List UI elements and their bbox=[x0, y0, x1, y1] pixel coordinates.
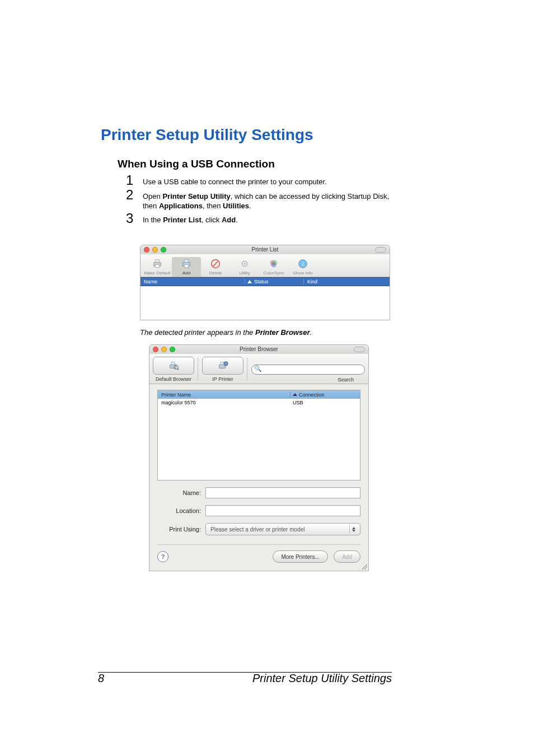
show-info-button[interactable]: i Show Info bbox=[288, 257, 317, 277]
ip-printer-icon bbox=[217, 360, 229, 372]
svg-rect-16 bbox=[171, 362, 175, 365]
add-button[interactable]: Add bbox=[334, 550, 360, 563]
printer-icon bbox=[143, 257, 172, 270]
list-item[interactable]: magicolor 5570 USB bbox=[158, 399, 360, 407]
svg-line-18 bbox=[177, 369, 179, 370]
window-titlebar[interactable]: Printer Browser bbox=[149, 345, 368, 354]
step-text: Use a USB cable to connect the printer t… bbox=[143, 174, 395, 186]
step-list: 1 Use a USB cable to connect the printer… bbox=[126, 174, 395, 226]
location-field[interactable] bbox=[205, 505, 360, 516]
name-row: Name: bbox=[157, 487, 360, 498]
utility-button[interactable]: Utility bbox=[230, 257, 259, 277]
step-1: 1 Use a USB cable to connect the printer… bbox=[126, 174, 395, 187]
svg-point-9 bbox=[243, 263, 246, 265]
make-default-button[interactable]: Make Default bbox=[143, 257, 172, 277]
location-row: Location: bbox=[157, 505, 360, 516]
section-subheading: When Using a USB Connection bbox=[118, 158, 275, 170]
toolbar-label: Search bbox=[338, 377, 354, 382]
step-number: 3 bbox=[126, 212, 139, 225]
footer-title: Printer Setup Utility Settings bbox=[252, 672, 392, 685]
add-button[interactable]: Add bbox=[172, 257, 201, 277]
colorsync-button[interactable]: ColorSync bbox=[259, 257, 288, 277]
more-printers-button[interactable]: More Printers... bbox=[273, 550, 327, 563]
name-field[interactable] bbox=[205, 487, 360, 498]
name-label: Name: bbox=[157, 489, 201, 496]
column-printer-name[interactable]: Printer Name bbox=[158, 392, 290, 398]
chevron-up-down-icon bbox=[349, 525, 358, 534]
connection-type: USB bbox=[291, 400, 360, 405]
svg-rect-5 bbox=[184, 265, 188, 268]
printer-search-icon bbox=[167, 360, 180, 372]
info-icon: i bbox=[288, 257, 317, 270]
toolbar-toggle-icon[interactable] bbox=[354, 347, 365, 352]
svg-rect-20 bbox=[221, 362, 224, 365]
help-button[interactable]: ? bbox=[157, 551, 168, 562]
select-value: Please select a driver or printer model bbox=[210, 526, 305, 533]
delete-button[interactable]: Delete bbox=[201, 257, 230, 277]
window-titlebar[interactable]: Printer List bbox=[140, 245, 390, 254]
window-title: Printer List bbox=[140, 246, 390, 253]
toolbar: Default Browser IP Printer 🔍 Search bbox=[149, 354, 368, 384]
no-entry-icon bbox=[201, 257, 230, 270]
svg-point-12 bbox=[271, 262, 276, 267]
step-text: Open Printer Setup Utility, which can be… bbox=[143, 188, 395, 211]
caption-text: The detected printer appears in the Prin… bbox=[140, 328, 312, 337]
toolbar: Make Default Add Delete Utility bbox=[140, 254, 390, 277]
printer-name: magicolor 5570 bbox=[158, 400, 291, 405]
printer-list-window: Printer List Make Default Add Delete bbox=[140, 245, 390, 320]
svg-line-7 bbox=[213, 261, 218, 266]
printer-browser-window: Printer Browser Default Browser IP Print… bbox=[149, 344, 369, 571]
dialog-button-row: ? More Printers... Add bbox=[157, 550, 360, 564]
printer-browser-list[interactable]: Printer Name Connection magicolor 5570 U… bbox=[157, 390, 360, 480]
step-text: In the Printer List, click Add. bbox=[143, 212, 395, 225]
page-heading: Printer Setup Utility Settings bbox=[101, 126, 313, 144]
location-label: Location: bbox=[157, 507, 201, 514]
toolbar-toggle-icon[interactable] bbox=[375, 247, 386, 253]
window-title: Printer Browser bbox=[149, 346, 368, 352]
svg-rect-1 bbox=[155, 260, 159, 263]
default-browser-button[interactable]: Default Browser bbox=[153, 357, 194, 375]
printer-icon bbox=[172, 257, 201, 270]
svg-point-21 bbox=[224, 362, 228, 366]
search-input[interactable] bbox=[251, 365, 365, 375]
ip-printer-button[interactable]: IP Printer bbox=[202, 357, 243, 375]
divider bbox=[157, 544, 360, 545]
column-name[interactable]: Name bbox=[140, 279, 245, 284]
print-using-row: Print Using: Please select a driver or p… bbox=[157, 523, 360, 535]
column-kind[interactable]: Kind bbox=[303, 279, 390, 284]
step-2: 2 Open Printer Setup Utility, which can … bbox=[126, 188, 395, 211]
toolbar-label: Default Browser bbox=[153, 376, 194, 382]
step-3: 3 In the Printer List, click Add. bbox=[126, 212, 395, 225]
svg-rect-2 bbox=[155, 265, 159, 268]
print-using-label: Print Using: bbox=[157, 526, 201, 533]
column-status[interactable]: Status bbox=[245, 279, 303, 284]
toolbar-separator bbox=[198, 358, 199, 380]
list-header: Printer Name Connection bbox=[158, 390, 360, 399]
search-icon: 🔍 bbox=[254, 365, 262, 372]
sort-asc-icon bbox=[293, 393, 297, 396]
sort-asc-icon bbox=[247, 280, 252, 283]
colorsync-icon bbox=[259, 257, 288, 270]
step-number: 1 bbox=[126, 174, 139, 187]
svg-rect-4 bbox=[184, 260, 188, 263]
resize-handle-icon[interactable] bbox=[362, 564, 367, 570]
toolbar-separator bbox=[247, 358, 248, 380]
print-using-select[interactable]: Please select a driver or printer model bbox=[205, 523, 360, 535]
column-headers: Name Status Kind bbox=[140, 277, 390, 286]
toolbar-label: IP Printer bbox=[203, 376, 243, 382]
printer-list-body[interactable] bbox=[140, 286, 390, 320]
gear-icon bbox=[230, 257, 259, 270]
step-number: 2 bbox=[126, 188, 139, 202]
page-number: 8 bbox=[98, 672, 104, 685]
search-field-wrap: 🔍 Search bbox=[251, 364, 365, 375]
svg-text:i: i bbox=[302, 260, 303, 267]
column-connection[interactable]: Connection bbox=[290, 392, 360, 398]
